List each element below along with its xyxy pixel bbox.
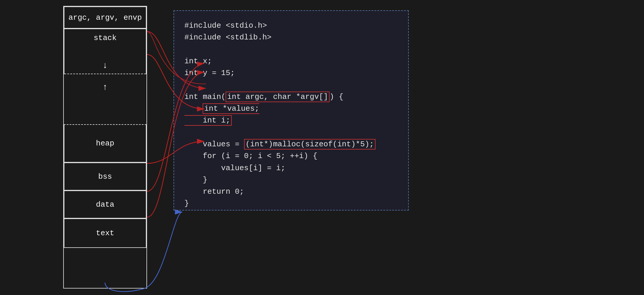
data-label: data [96, 200, 114, 209]
memory-diagram: argc, argv, envp stack ↓ ↑ heap bss data… [63, 6, 147, 289]
stack-label: stack [94, 34, 116, 42]
code-display: #include <stdio.h> #include <stdlib.h> i… [184, 20, 398, 210]
code-line-1: #include <stdio.h> #include <stdlib.h> i… [184, 21, 376, 208]
memory-gap: ↑ [64, 74, 146, 124]
memory-section-stack: stack ↓ [64, 29, 146, 74]
heap-label: heap [96, 139, 114, 148]
bss-label: bss [98, 172, 112, 181]
code-panel: #include <stdio.h> #include <stdlib.h> i… [173, 10, 409, 211]
memory-section-text: text [64, 218, 146, 248]
text-label: text [96, 229, 114, 238]
memory-section-bss: bss [64, 163, 146, 190]
heap-arrow-up: ↑ [102, 82, 108, 92]
stack-arrow-down: ↓ [102, 61, 108, 71]
argv-label: argc, argv, envp [69, 13, 142, 22]
memory-section-argv: argc, argv, envp [64, 6, 146, 29]
memory-section-data: data [64, 190, 146, 218]
memory-section-heap: heap [64, 124, 146, 163]
